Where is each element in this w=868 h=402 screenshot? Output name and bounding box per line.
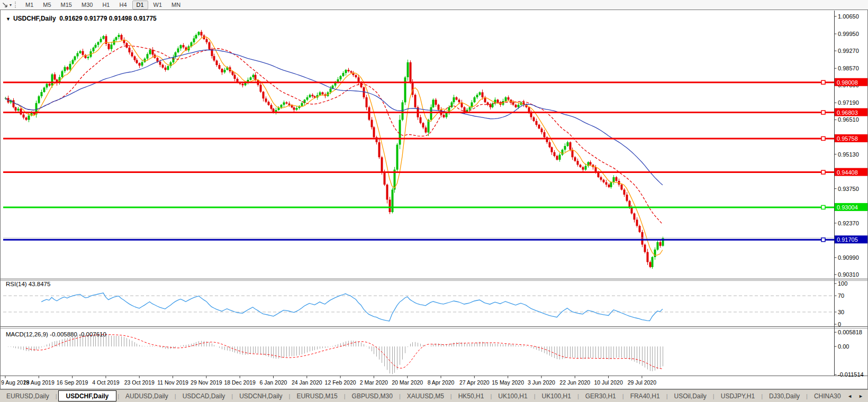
y-axis-tick-label: 0.99270 — [838, 48, 859, 54]
timeframe-button-h1[interactable]: H1 — [98, 1, 114, 10]
line-handle-marker[interactable] — [821, 205, 825, 209]
chart-tab-usdcad-daily[interactable]: USDCAD,Daily — [176, 390, 232, 402]
chart-canvas[interactable]: 1.006500.999500.992700.985700.978900.971… — [0, 10, 868, 389]
x-axis-tick-label: 18 Dec 2019 — [224, 379, 256, 386]
rsi-axis-tick-label: 70 — [838, 293, 844, 299]
tab-separator: | — [56, 390, 57, 402]
x-axis-tick-label: 4 Oct 2019 — [92, 379, 120, 386]
x-axis-tick-label: 27 Apr 2020 — [459, 379, 490, 386]
macd-axis-tick-label: 0.005818 — [838, 329, 862, 335]
timeframe-button-d1[interactable]: D1 — [132, 1, 148, 10]
timeframe-button-h4[interactable]: H4 — [115, 1, 131, 10]
chart-tab-usdcnh-daily[interactable]: USDCNH,Daily — [233, 390, 288, 402]
chart-tab-eurusd-m15[interactable]: EURUSD,M15 — [290, 390, 343, 402]
x-axis-tick-label: 3 Jun 2020 — [528, 379, 555, 386]
tab-scroll-right-icon[interactable]: ► — [858, 394, 863, 399]
line-handle-marker[interactable] — [821, 238, 825, 242]
trading-app-window: ▾ M1M5M15M30H1H4D1W1MN 1.006500.999500.9… — [0, 0, 868, 402]
price-line-label: 0.98008 — [837, 79, 858, 86]
chart-title[interactable]: ▼USDCHF,Daily 0.91629 0.91779 0.91498 0.… — [6, 15, 157, 22]
chart-tab-uk100-h1[interactable]: UK100,H1 — [536, 390, 577, 402]
price-line-label: 0.94408 — [837, 169, 858, 176]
x-axis-tick-label: 20 Mar 2020 — [392, 379, 423, 386]
line-handle-marker[interactable] — [821, 111, 825, 114]
rsi-axis-tick-label: 0 — [838, 321, 841, 327]
x-axis-tick-label: 22 Jun 2020 — [559, 379, 590, 386]
x-axis-tick-label: 8 Apr 2020 — [428, 379, 455, 386]
timeframe-button-m1[interactable]: M1 — [21, 1, 38, 10]
price-line-label: 0.93004 — [837, 204, 858, 211]
line-handle-marker[interactable] — [821, 136, 825, 140]
chart-tab-fra40-h1[interactable]: FRA40,H1 — [624, 390, 666, 402]
x-axis-tick-label: 28 Aug 2019 — [23, 379, 55, 386]
line-handle-marker[interactable] — [821, 80, 825, 84]
chart-tab-bar: EURUSD,Daily|USDCHF,Daily|AUDUSD,Daily|U… — [0, 389, 868, 402]
price-line-label: 0.91705 — [837, 236, 858, 243]
macd-indicator-label: MACD(12,26,9) -0.005880 -0.007610 — [6, 331, 106, 337]
y-axis-tick-label: 0.90990 — [838, 254, 859, 261]
chart-tab-gbpusd-m30[interactable]: GBPUSD,M30 — [346, 390, 399, 402]
tab-scroll-arrows: ◄ ► — [841, 390, 868, 402]
chart-tab-uk100-h1[interactable]: UK100,H1 — [492, 390, 534, 402]
y-axis-tick-label: 0.99950 — [838, 31, 859, 37]
x-axis-tick-label: 10 Jul 2020 — [594, 379, 622, 386]
y-axis-tick-label: 1.00650 — [838, 13, 859, 20]
chart-tab-ger30-h1[interactable]: GER30,H1 — [579, 390, 622, 402]
chart-title-caret-icon[interactable]: ▼ — [6, 16, 11, 22]
chart-tab-usoil-daily[interactable]: USOil,Daily — [668, 390, 713, 402]
y-axis-tick-label: 0.95130 — [838, 151, 859, 158]
rsi-axis-tick-label: 30 — [838, 309, 844, 315]
rsi-axis-tick-label: 100 — [838, 280, 847, 287]
timeframe-button-w1[interactable]: W1 — [149, 1, 167, 10]
chart-tab-audusd-daily[interactable]: AUDUSD,Daily — [119, 390, 175, 402]
y-axis-tick-label: 0.97190 — [838, 99, 859, 106]
x-axis-tick-label: 24 Jan 2020 — [292, 379, 322, 386]
x-axis-tick-label: 16 Sep 2019 — [57, 379, 88, 386]
y-axis-tick-label: 0.96510 — [838, 116, 859, 123]
x-axis-tick-label: 29 Nov 2019 — [191, 379, 222, 386]
timeframe-button-m30[interactable]: M30 — [77, 1, 97, 10]
line-handle-marker[interactable] — [821, 170, 825, 174]
chart-tab-hk50-h1[interactable]: HK50,H1 — [452, 390, 491, 402]
chart-tab-xauusd-m5[interactable]: XAUUSD,M5 — [401, 390, 450, 402]
chart-title-symbol: USDCHF,Daily — [13, 15, 56, 22]
y-axis-tick-label: 0.98570 — [838, 65, 859, 71]
price-line-label: 0.96803 — [837, 109, 858, 116]
macd-axis-tick-label: -0.011514 — [838, 371, 864, 378]
x-axis-tick-label: 11 Nov 2019 — [157, 379, 188, 386]
toolbar-grip-handle[interactable] — [15, 2, 17, 8]
macd-axis-tick-label: 0.00 — [838, 343, 849, 350]
x-axis-tick-label: 29 Jul 2020 — [628, 379, 656, 386]
chart-tab-usdjpy-h1[interactable]: USDJPY,H1 — [715, 390, 761, 402]
chart-frame — [1, 10, 868, 389]
y-axis-tick-label: 0.92370 — [838, 220, 859, 226]
price-line-label: 0.95758 — [837, 135, 858, 142]
chart-tab-eurusd-daily[interactable]: EURUSD,Daily — [0, 390, 56, 402]
cursor-tool-icon[interactable] — [0, 1, 10, 9]
rsi-indicator-label: RSI(14) 43.8475 — [6, 281, 50, 287]
chart-tab-usdchf-daily[interactable]: USDCHF,Daily — [58, 390, 117, 401]
y-axis-tick-label: 0.93750 — [838, 186, 859, 192]
chart-title-ohlc: 0.91629 0.91779 0.91498 0.91775 — [59, 15, 157, 22]
timeframe-button-m5[interactable]: M5 — [39, 1, 55, 10]
chart-tab-dj30-daily[interactable]: DJ30,Daily — [763, 390, 806, 402]
timeframe-button-m15[interactable]: M15 — [57, 1, 76, 10]
x-axis-tick-label: 23 Oct 2019 — [124, 379, 155, 386]
y-axis-tick-label: 0.90310 — [838, 271, 859, 278]
timeframe-button-mn[interactable]: MN — [167, 1, 185, 10]
timeframe-toolbar: ▾ M1M5M15M30H1H4D1W1MN — [0, 0, 868, 10]
x-axis-tick-label: 2 Mar 2020 — [360, 379, 388, 386]
x-axis-tick-label: 15 May 2020 — [492, 379, 524, 386]
x-axis-tick-label: 12 Feb 2020 — [325, 379, 356, 386]
tab-scroll-left-icon[interactable]: ◄ — [847, 394, 852, 399]
x-axis-tick-label: 6 Jan 2020 — [259, 379, 287, 386]
toolbar-dropdown-caret-icon[interactable]: ▾ — [10, 3, 12, 7]
